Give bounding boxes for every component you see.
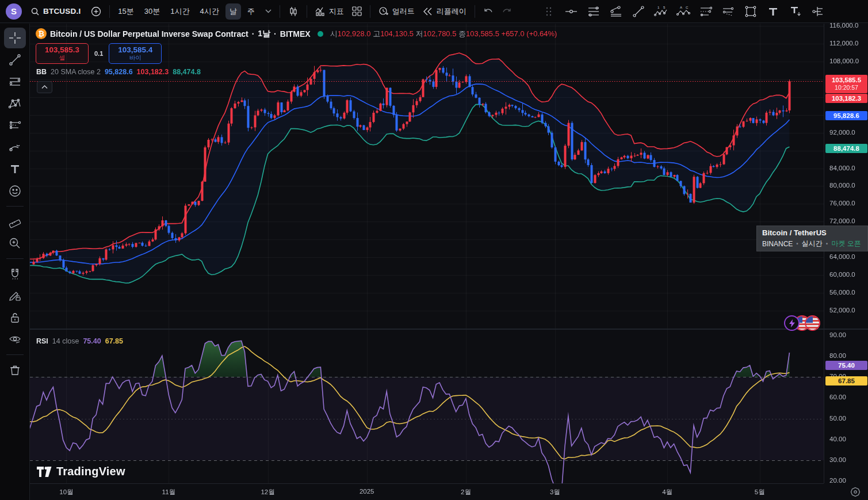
- ruler-tool[interactable]: [4, 211, 26, 232]
- price-axis-tick: 56,000.0: [829, 289, 855, 296]
- lock-all-tool[interactable]: [4, 307, 26, 328]
- drawing-toolbar: 15 AC: [540, 0, 827, 23]
- remove-drawings-tool[interactable]: [4, 360, 26, 380]
- time-axis-tick: 11월: [162, 488, 175, 497]
- fib-lines-tool[interactable]: [4, 71, 26, 92]
- redo-button[interactable]: [498, 5, 516, 18]
- time-axis-tick: 3월: [550, 488, 560, 497]
- timeframe-15m[interactable]: 15분: [114, 3, 137, 20]
- fib-trend-tool[interactable]: [720, 3, 737, 20]
- lightning-badge[interactable]: [784, 315, 800, 331]
- time-axis-tick: 12월: [261, 488, 274, 497]
- trend-line-tool[interactable]: [4, 49, 26, 70]
- text-tool[interactable]: [4, 159, 26, 180]
- layout-grid-button[interactable]: [348, 3, 366, 19]
- symbol-timeframe: 1날: [258, 29, 270, 39]
- buy-button[interactable]: 103,585.4 바이: [109, 43, 162, 64]
- bb-indicator-row[interactable]: BB 20 SMA close 2 95,828.6 103,182.3 88,…: [36, 68, 201, 76]
- close-value: 103,585.5: [466, 29, 499, 38]
- brush-tool[interactable]: [4, 137, 26, 158]
- top-toolbar: S BTCUSD.I 15분 30분 1시간 4시간 날 주 지표 얼러트 리플…: [0, 0, 868, 23]
- magnet-tool[interactable]: [4, 264, 26, 284]
- xabcd-pattern-tool[interactable]: [4, 93, 26, 114]
- replay-label: 리플레이: [437, 6, 466, 17]
- time-axis-tick: 2025: [360, 488, 374, 495]
- candle-style-button[interactable]: [284, 3, 303, 20]
- collapse-indicator-button[interactable]: [37, 81, 52, 93]
- add-symbol-button[interactable]: [87, 3, 105, 20]
- anchored-text-tool[interactable]: [787, 3, 804, 20]
- price-axis-tick: 80,000.0: [829, 182, 855, 189]
- elliott-wave-tool[interactable]: 15: [652, 3, 670, 20]
- timeframe-dropdown[interactable]: [261, 6, 276, 16]
- timeframe-1h[interactable]: 1시간: [166, 3, 193, 20]
- symbol-search-button[interactable]: BTCUSD.I: [26, 4, 85, 19]
- drawing-lock-tool[interactable]: [4, 285, 26, 306]
- cross-ray-tool[interactable]: [563, 3, 580, 20]
- indicators-button[interactable]: 지표: [311, 3, 348, 20]
- spread-value: 0.1: [94, 50, 103, 57]
- price-axis-tick: 108,000.0: [829, 58, 859, 64]
- disjoint-channel-tool[interactable]: [607, 3, 625, 20]
- rsi-axis-tick: 50.00: [829, 415, 846, 422]
- layout-grid-icon: [352, 6, 362, 16]
- price-axis-tick: 76,000.0: [829, 200, 855, 207]
- timeframe-1w[interactable]: 주: [243, 3, 259, 20]
- broker-badges: [784, 315, 820, 331]
- abc-pattern-tool[interactable]: AC: [675, 3, 692, 20]
- crosshair-tool[interactable]: [4, 28, 26, 48]
- rectangle-tool[interactable]: [742, 3, 759, 20]
- alert-clock-icon: [378, 6, 389, 17]
- high-label: 고: [373, 29, 380, 38]
- text-tool[interactable]: [764, 3, 782, 20]
- projection-tool[interactable]: [4, 115, 26, 136]
- tradingview-logo-text: TradingView: [56, 465, 125, 478]
- low-value: 102,780.5: [423, 29, 457, 38]
- tooltip-market-open: 마켓 오픈: [831, 239, 861, 249]
- tooltip-bullet2: •: [826, 241, 828, 247]
- rsi-indicator-row[interactable]: RSI 14 close 75.40 67.85: [36, 337, 123, 345]
- fork-tool[interactable]: [809, 3, 827, 20]
- change-pct: (+0.64%): [526, 29, 557, 38]
- flag-badge-2[interactable]: [805, 315, 820, 331]
- sell-button[interactable]: 103,585.3 셀: [36, 43, 89, 64]
- avatar[interactable]: S: [6, 3, 22, 20]
- axis-settings-icon[interactable]: [850, 487, 861, 499]
- timeframe-4h[interactable]: 4시간: [196, 3, 223, 20]
- trend-line-tool[interactable]: [630, 3, 647, 20]
- buy-label: 바이: [129, 55, 142, 62]
- time-axis-tick: 10월: [59, 488, 73, 497]
- pane-separator[interactable]: [30, 329, 868, 330]
- price-axis[interactable]: 103,585.5 10:20:57 103,182.3 95,828.6 88…: [824, 24, 868, 483]
- indicators-icon: [315, 6, 326, 17]
- symbol-sep: ·: [252, 29, 255, 39]
- rsi-axis-tick: 30.00: [829, 456, 846, 463]
- search-icon: [30, 7, 40, 16]
- symbol-search-text: BTCUSD.I: [43, 7, 81, 16]
- buy-price: 103,585.4: [118, 46, 152, 55]
- tradingview-logo[interactable]: TradingView: [37, 465, 125, 478]
- timeframe-30m[interactable]: 30분: [140, 3, 164, 20]
- time-axis-tick: 5월: [755, 488, 765, 497]
- bitcoin-icon: ₿: [36, 28, 47, 39]
- order-panel: 103,585.3 셀 0.1 103,585.4 바이: [36, 43, 162, 64]
- change-value: +657.0: [502, 29, 525, 38]
- svg-text:5: 5: [663, 6, 666, 9]
- undo-button[interactable]: [479, 5, 498, 18]
- symbol-title: Bitcoin / US Dollar Perpetual Inverse Sw…: [50, 29, 248, 39]
- horizontal-parallel-tool[interactable]: [585, 3, 602, 20]
- symbol-hover-tooltip: Bitcoin / TetherUS BINANCE • 실시간 • 마켓 오픈: [756, 226, 868, 251]
- replay-button[interactable]: 리플레이: [419, 3, 471, 20]
- indicators-label: 지표: [329, 6, 344, 17]
- emoji-tool[interactable]: [4, 181, 26, 201]
- fib-retracement-tool[interactable]: [697, 3, 714, 20]
- symbol-info-row[interactable]: ₿ Bitcoin / US Dollar Perpetual Inverse …: [36, 28, 557, 39]
- hide-drawings-tool[interactable]: [4, 329, 26, 350]
- zoom-in-tool[interactable]: [4, 233, 26, 254]
- drag-handle-icon[interactable]: [540, 3, 557, 20]
- symbol-exchange: BITMEX: [280, 29, 311, 39]
- market-status-dot[interactable]: [318, 31, 323, 37]
- timeframe-1d[interactable]: 날: [225, 3, 241, 20]
- alert-button[interactable]: 얼러트: [374, 3, 419, 20]
- time-axis[interactable]: 10월11월12월20252월3월4월5월: [30, 483, 824, 500]
